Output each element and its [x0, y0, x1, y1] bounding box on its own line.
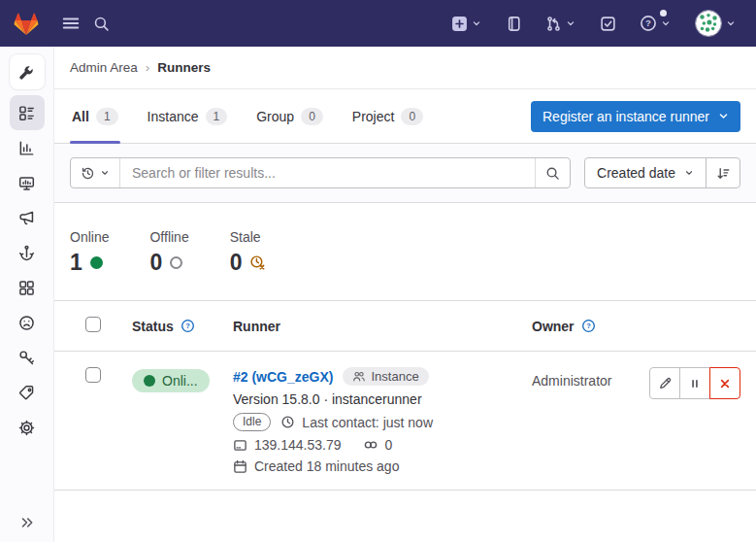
delete-runner-button[interactable]	[709, 367, 740, 399]
runner-stats: Online 1 Offline 0 Stale 0	[54, 203, 756, 300]
search-input[interactable]	[120, 158, 535, 187]
stat-online: Online 1	[70, 229, 109, 276]
sidebar-item-monitoring[interactable]	[10, 165, 45, 200]
tab-count-badge: 1	[96, 108, 118, 125]
sidebar-item-admin-area[interactable]	[10, 54, 45, 89]
stat-offline: Offline 0	[149, 229, 188, 276]
owner-help-icon[interactable]: ?	[581, 319, 596, 333]
tab-count-badge: 0	[301, 108, 323, 125]
pencil-icon	[658, 376, 673, 390]
todo-check-icon	[600, 16, 616, 32]
sidebar-item-overview[interactable]	[10, 95, 45, 130]
register-button-label: Register an instance runner	[542, 109, 709, 124]
sidebar-expand-button[interactable]	[19, 515, 35, 530]
merge-requests-button[interactable]	[542, 12, 580, 36]
stat-label: Stale	[230, 229, 267, 245]
avatar	[695, 10, 722, 37]
breadcrumb-admin-area[interactable]: Admin Area	[70, 60, 138, 75]
online-dot-icon	[90, 256, 103, 269]
tab-label: Instance	[148, 109, 199, 124]
sidebar-item-abuse-reports[interactable]	[10, 305, 45, 340]
breadcrumb-runners: Runners	[157, 60, 211, 75]
user-menu-button[interactable]	[691, 6, 740, 41]
sidebar-item-analytics[interactable]	[10, 130, 45, 165]
sort-by-label: Created date	[597, 165, 675, 181]
status-help-icon[interactable]: ?	[181, 319, 195, 333]
label-tag-icon	[18, 385, 35, 401]
edit-runner-button[interactable]	[649, 367, 680, 399]
sidebar-item-system-hooks[interactable]	[10, 235, 45, 270]
tab-all[interactable]: All 1	[70, 89, 120, 143]
tab-label: All	[72, 109, 89, 124]
stat-value: 0	[230, 250, 243, 276]
tab-instance[interactable]: Instance 1	[146, 89, 230, 143]
status-header-label: Status	[132, 319, 174, 334]
todos-button[interactable]	[596, 12, 620, 36]
grid-icon	[18, 280, 35, 296]
search-icon	[545, 166, 560, 181]
runner-header-label: Runner	[233, 319, 280, 334]
created-time: Created 18 minutes ago	[254, 458, 399, 474]
help-menu-button[interactable]: ?	[636, 11, 675, 36]
runner-link[interactable]: #2 (wCG_zeGX)	[233, 369, 333, 385]
gear-icon	[18, 420, 35, 436]
svg-text:?: ?	[586, 322, 591, 330]
frown-face-icon	[18, 315, 35, 331]
runner-type-badge: Instance	[343, 367, 428, 386]
runner-type-tabs: All 1 Instance 1 Group 0 Project 0 Regis…	[54, 89, 756, 144]
sidebar-item-messages[interactable]	[10, 200, 45, 235]
runner-version: Version 15.8.0 · instancerunner	[233, 391, 532, 407]
stat-label: Online	[70, 229, 109, 245]
issues-icon	[506, 16, 522, 32]
top-navigation-bar: ?	[0, 0, 756, 47]
gitlab-logo-icon[interactable]	[14, 12, 39, 36]
svg-text:?: ?	[645, 17, 651, 28]
tab-project[interactable]: Project 0	[350, 89, 425, 143]
computer-icon	[233, 438, 247, 453]
tab-count-badge: 1	[206, 108, 228, 125]
runner-type-label: Instance	[371, 369, 418, 384]
offline-ring-icon	[170, 256, 182, 269]
search-history-button[interactable]	[71, 158, 120, 187]
chevron-down-icon	[565, 17, 576, 29]
owner-link[interactable]: Administrator	[532, 373, 611, 389]
runner-actions	[649, 367, 740, 399]
admin-sidebar	[0, 47, 54, 542]
main-content: Admin Area › Runners All 1 Instance 1 Gr…	[54, 47, 756, 491]
sort-direction-button[interactable]	[706, 158, 740, 187]
sidebar-item-deploy-keys[interactable]	[10, 340, 45, 375]
hamburger-menu-button[interactable]	[58, 11, 83, 36]
close-icon	[718, 377, 732, 390]
tab-group[interactable]: Group 0	[254, 89, 325, 143]
issues-button[interactable]	[502, 12, 526, 36]
breadcrumb: Admin Area › Runners	[54, 47, 756, 89]
row-checkbox[interactable]	[85, 367, 101, 383]
register-instance-runner-button[interactable]: Register an instance runner	[531, 101, 740, 132]
tab-count-badge: 0	[401, 108, 423, 125]
select-all-checkbox[interactable]	[85, 317, 101, 332]
status-badge: Onli...	[132, 369, 210, 392]
sidebar-item-settings[interactable]	[10, 410, 45, 445]
idle-badge: Idle	[233, 413, 271, 431]
chevron-down-icon	[660, 17, 672, 29]
key-icon	[18, 350, 35, 366]
runner-table-header: Status ? Runner Owner ?	[54, 300, 756, 352]
pause-runner-button[interactable]	[679, 367, 710, 399]
bar-chart-icon	[18, 140, 35, 156]
search-button[interactable]	[89, 12, 114, 36]
status-badge-label: Onli...	[162, 373, 198, 389]
users-icon	[352, 370, 366, 384]
link-icon	[363, 437, 378, 453]
overview-icon	[18, 105, 35, 121]
runner-ip: 139.144.53.79	[254, 437, 342, 453]
new-menu-button[interactable]	[447, 12, 486, 36]
chevron-down-icon	[100, 168, 110, 178]
sidebar-item-applications[interactable]	[10, 270, 45, 305]
double-chevron-right-icon	[19, 515, 35, 530]
sidebar-item-labels[interactable]	[10, 375, 45, 410]
megaphone-icon	[18, 210, 35, 226]
search-submit-button[interactable]	[535, 158, 570, 187]
sort-by-dropdown[interactable]: Created date	[585, 158, 706, 187]
stat-value: 0	[149, 250, 162, 276]
chevron-down-icon	[684, 168, 694, 178]
